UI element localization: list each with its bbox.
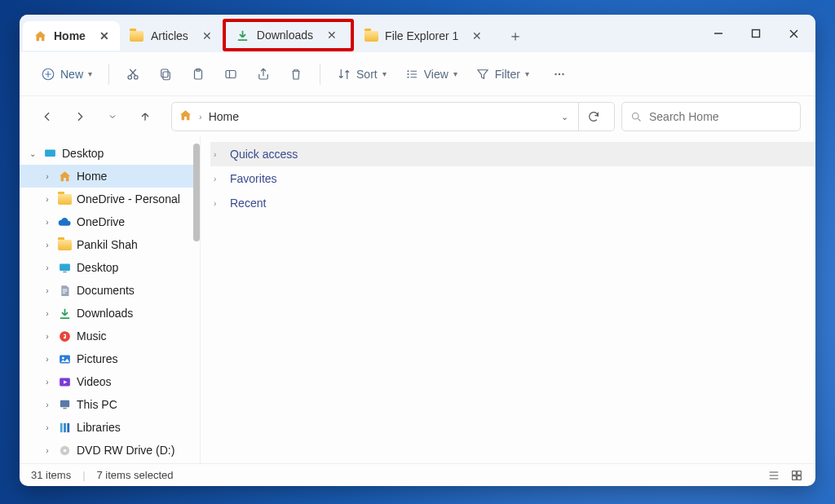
more-button[interactable]: [546, 60, 573, 88]
expand-icon[interactable]: ›: [42, 332, 52, 341]
view-button[interactable]: View ▾: [398, 60, 464, 88]
sidebar-item-videos[interactable]: ›Videos: [20, 370, 200, 393]
section-recent[interactable]: ›Recent: [210, 191, 815, 215]
sidebar-item-desktop[interactable]: ›Desktop: [20, 256, 200, 279]
rename-button[interactable]: [217, 60, 245, 88]
expand-icon[interactable]: ›: [42, 309, 52, 318]
pictures-icon: [57, 351, 72, 366]
tab-articles[interactable]: Articles ✕: [120, 21, 223, 51]
breadcrumb-segment[interactable]: Home: [209, 110, 239, 123]
sidebar-item-desktop-root[interactable]: ⌄ Desktop: [20, 142, 200, 165]
tab-file-explorer-1[interactable]: File Explorer 1 ✕: [354, 21, 493, 51]
close-icon[interactable]: ✕: [325, 28, 339, 42]
expand-icon[interactable]: ›: [42, 446, 52, 455]
svg-rect-48: [797, 475, 802, 480]
folder-icon: [57, 237, 72, 252]
desktop-icon: [42, 146, 57, 161]
close-icon[interactable]: ✕: [470, 29, 484, 43]
collapse-icon[interactable]: ⌄: [28, 149, 38, 158]
sidebar-item-onedrive-personal[interactable]: ›OneDrive - Personal: [20, 188, 200, 210]
tab-bar: Home ✕ Articles ✕ Downloads ✕ File Explo…: [20, 15, 815, 52]
details-view-button[interactable]: [767, 468, 781, 483]
filter-button[interactable]: Filter ▾: [469, 60, 536, 88]
chevron-down-icon: ▾: [525, 69, 529, 78]
svg-rect-38: [64, 422, 66, 431]
recent-locations-button[interactable]: [99, 104, 126, 130]
sidebar-item-dvd-rw-drive-d-[interactable]: ›DVD RW Drive (D:): [20, 439, 200, 462]
expand-icon[interactable]: ›: [42, 218, 52, 227]
view-label: View: [424, 68, 448, 81]
sidebar-item-label: Videos: [77, 375, 112, 388]
section-quick-access[interactable]: ›Quick access: [210, 142, 815, 166]
new-tab-button[interactable]: ＋: [501, 21, 530, 51]
address-bar[interactable]: › Home ⌄: [171, 102, 615, 131]
cut-button[interactable]: [119, 60, 147, 88]
close-window-button[interactable]: [775, 17, 812, 50]
expand-icon[interactable]: ›: [42, 263, 52, 272]
divider: [108, 64, 109, 85]
expand-icon[interactable]: ›: [42, 172, 52, 181]
chevron-right-icon: ›: [199, 112, 202, 122]
sidebar-item-pankil-shah[interactable]: ›Pankil Shah: [20, 233, 200, 256]
copy-button[interactable]: [152, 60, 179, 88]
sidebar-item-label: OneDrive: [77, 215, 125, 228]
dvd-icon: [57, 443, 72, 458]
expand-icon[interactable]: ›: [42, 241, 52, 250]
expand-icon[interactable]: ›: [214, 199, 223, 208]
expand-icon[interactable]: ›: [214, 150, 223, 159]
sidebar-item-music[interactable]: ›Music: [20, 325, 200, 347]
sidebar-item-libraries[interactable]: ›Libraries: [20, 416, 200, 439]
cloud-icon: [57, 214, 72, 229]
search-box[interactable]: [621, 102, 801, 131]
share-button[interactable]: [250, 60, 277, 88]
expand-icon[interactable]: ›: [214, 175, 223, 183]
search-input[interactable]: [649, 110, 792, 123]
scrollbar-thumb[interactable]: [193, 144, 200, 241]
thumbnails-view-button[interactable]: [789, 468, 804, 483]
expand-icon[interactable]: ›: [42, 355, 52, 364]
chevron-down-icon[interactable]: ⌄: [561, 112, 568, 122]
refresh-button[interactable]: [578, 102, 607, 131]
svg-rect-28: [45, 149, 55, 157]
section-favorites[interactable]: ›Favorites: [210, 166, 815, 191]
up-button[interactable]: [132, 104, 158, 130]
svg-line-27: [638, 118, 640, 121]
sidebar-item-downloads[interactable]: ›Downloads: [20, 302, 200, 325]
svg-rect-39: [67, 422, 69, 431]
tab-downloads[interactable]: Downloads ✕: [226, 20, 347, 50]
new-label: New: [60, 68, 83, 81]
expand-icon[interactable]: ›: [42, 400, 52, 409]
forward-button[interactable]: [67, 104, 93, 130]
section-label: Quick access: [230, 148, 298, 161]
tab-label: Downloads: [257, 29, 313, 42]
sidebar-item-onedrive[interactable]: ›OneDrive: [20, 210, 200, 233]
delete-button[interactable]: [282, 60, 310, 88]
back-button[interactable]: [34, 104, 60, 130]
close-icon[interactable]: ✕: [200, 29, 214, 43]
expand-icon[interactable]: ›: [42, 195, 52, 204]
minimize-button[interactable]: [700, 17, 737, 50]
folder-icon: [57, 192, 72, 206]
content-pane[interactable]: ›Quick access›Favorites›Recent: [201, 137, 815, 463]
paste-button[interactable]: [184, 60, 212, 88]
expand-icon[interactable]: ›: [42, 286, 52, 295]
sidebar-item-home[interactable]: ›Home: [20, 165, 200, 188]
sort-button[interactable]: Sort ▾: [330, 60, 393, 88]
expand-icon[interactable]: ›: [42, 423, 52, 432]
new-button[interactable]: New ▾: [34, 60, 99, 88]
sidebar-item-pictures[interactable]: ›Pictures: [20, 347, 200, 370]
download-icon: [57, 306, 72, 321]
section-label: Favorites: [230, 172, 277, 185]
maximize-button[interactable]: [737, 17, 775, 50]
sidebar-item-this-pc[interactable]: ›This PC: [20, 393, 200, 416]
tab-home[interactable]: Home ✕: [23, 21, 120, 51]
home-icon: [57, 169, 72, 183]
expand-icon[interactable]: ›: [42, 378, 52, 387]
close-icon[interactable]: ✕: [97, 29, 112, 43]
sidebar-item-label: Downloads: [77, 307, 133, 320]
tab-label: File Explorer 1: [385, 29, 458, 42]
sidebar-item-documents[interactable]: ›Documents: [20, 279, 200, 302]
divider: [320, 64, 320, 85]
chevron-down-icon: ▾: [382, 69, 387, 78]
navigation-pane[interactable]: ⌄ Desktop ›Home›OneDrive - Personal›OneD…: [20, 137, 201, 463]
